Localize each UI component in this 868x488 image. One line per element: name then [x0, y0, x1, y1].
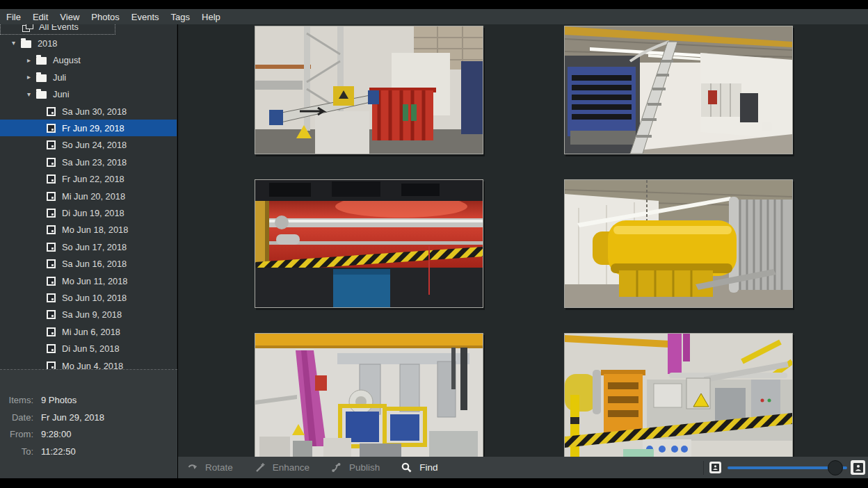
- tree-item-label: Mo Jun 18, 2018: [62, 225, 128, 235]
- enhance-label: Enhance: [273, 462, 310, 473]
- tree-item-label: Fr Jun 29, 2018: [62, 123, 124, 133]
- event-photo-icon: [47, 140, 56, 149]
- event-photo-icon: [47, 310, 56, 319]
- zoom-slider-handle[interactable]: [828, 460, 843, 475]
- photo-thumbnail-6[interactable]: [564, 333, 793, 462]
- tree-item-label: Mi Jun 6, 2018: [62, 327, 120, 337]
- tree-item-label: So Jun 24, 2018: [62, 140, 127, 150]
- toolbar-separator: [703, 461, 704, 475]
- photo-thumbnail-2[interactable]: [564, 26, 793, 154]
- photo-thumbnail-1[interactable]: [255, 26, 483, 154]
- tree-item-label: So Jun 17, 2018: [62, 242, 127, 252]
- info-row-from: From:9:28:00: [0, 425, 177, 443]
- tree-item-label: Mo Jun 4, 2018: [62, 361, 123, 370]
- tree-item-sa-jun-9-2018[interactable]: Sa Jun 9, 2018: [0, 307, 177, 323]
- menu-photos[interactable]: Photos: [91, 10, 119, 24]
- menu-edit[interactable]: Edit: [33, 10, 48, 24]
- tree-item-mo-jun-18-2018[interactable]: Mo Jun 18, 2018: [0, 222, 177, 238]
- event-photo-icon: [47, 209, 56, 218]
- collapse-arrow-icon[interactable]: ▾: [12, 40, 21, 47]
- tree-item-so-jun-17-2018[interactable]: So Jun 17, 2018: [0, 238, 177, 255]
- expand-arrow-icon[interactable]: ▸: [27, 74, 36, 81]
- info-row-items: Items:9 Photos: [0, 391, 177, 409]
- event-photo-icon: [47, 293, 56, 302]
- expand-arrow-icon[interactable]: ▸: [27, 57, 36, 64]
- rotate-button[interactable]: Rotate: [187, 462, 233, 473]
- find-label: Find: [419, 462, 437, 473]
- folder-icon: [36, 57, 47, 65]
- photo-grid: [178, 24, 868, 478]
- event-photo-icon: [47, 225, 56, 234]
- tree-item-label: Mi Jun 20, 2018: [62, 191, 125, 202]
- info-value: 11:22:50: [41, 446, 76, 457]
- tree-item-label: 2018: [38, 38, 57, 49]
- event-photo-icon: [47, 344, 56, 353]
- photo-thumbnail-3[interactable]: [255, 179, 483, 308]
- tree-item-fr-jun-22-2018[interactable]: Fr Jun 22, 2018: [0, 171, 177, 188]
- zoom-control-group: [703, 457, 868, 478]
- large-photo-icon[interactable]: [851, 460, 865, 475]
- event-photo-icon: [47, 174, 56, 184]
- tree-item-label: Mo Jun 11, 2018: [62, 276, 127, 286]
- tree-item-august[interactable]: ▸August: [0, 52, 177, 69]
- publish-label: Publish: [349, 462, 380, 473]
- menu-help[interactable]: Help: [202, 10, 220, 24]
- tree-item-mi-jun-20-2018[interactable]: Mi Jun 20, 2018: [0, 188, 177, 204]
- enhance-button[interactable]: Enhance: [255, 462, 310, 473]
- tree-item-so-jun-24-2018[interactable]: So Jun 24, 2018: [0, 137, 177, 154]
- tree-item-sa-jun-16-2018[interactable]: Sa Jun 16, 2018: [0, 256, 177, 273]
- tree-item-2018[interactable]: ▾2018: [0, 35, 177, 51]
- tree-item-label: So Jun 10, 2018: [62, 293, 127, 303]
- tree-item-di-jun-5-2018[interactable]: Di Jun 5, 2018: [0, 341, 177, 357]
- small-photo-icon[interactable]: [709, 462, 721, 473]
- all-events-icon: [22, 24, 33, 31]
- folder-icon: [36, 74, 47, 82]
- tree-item-juni[interactable]: ▾Juni: [0, 86, 177, 103]
- search-icon: [401, 462, 412, 473]
- menu-file[interactable]: File: [6, 10, 21, 24]
- tree-item-sa-jun-23-2018[interactable]: Sa Jun 23, 2018: [0, 154, 177, 170]
- tree-item-juli[interactable]: ▸Juli: [0, 69, 177, 86]
- photo-thumbnail-5[interactable]: [255, 333, 483, 462]
- info-label: Date:: [0, 412, 33, 423]
- tree-item-label: Di Jun 19, 2018: [62, 208, 124, 218]
- tree-item-sa-jun-30-2018[interactable]: Sa Jun 30, 2018: [0, 103, 177, 120]
- tree-item-label: Juni: [53, 89, 69, 99]
- sidebar-tree[interactable]: All Events▾2018▸August▸Juli▾JuniSa Jun 3…: [0, 24, 177, 369]
- event-photo-icon: [47, 361, 56, 370]
- tree-item-mo-jun-11-2018[interactable]: Mo Jun 11, 2018: [0, 273, 177, 289]
- publish-button[interactable]: Publish: [331, 462, 380, 473]
- tree-item-so-jun-10-2018[interactable]: So Jun 10, 2018: [0, 289, 177, 306]
- menu-view[interactable]: View: [60, 10, 79, 24]
- tree-item-label: Sa Jun 30, 2018: [62, 106, 127, 117]
- info-value: 9 Photos: [41, 395, 77, 405]
- collapse-arrow-icon[interactable]: ▾: [27, 91, 36, 98]
- info-row-date: Date:Fr Jun 29, 2018: [0, 409, 177, 426]
- tree-item-mo-jun-4-2018[interactable]: Mo Jun 4, 2018: [0, 357, 177, 369]
- find-button[interactable]: Find: [401, 462, 437, 473]
- event-photo-icon: [47, 107, 56, 116]
- photo-thumbnail-4[interactable]: [564, 179, 793, 308]
- tree-item-label: August: [53, 55, 81, 65]
- tree-item-fr-jun-29-2018[interactable]: Fr Jun 29, 2018: [0, 120, 177, 136]
- folder-icon: [36, 91, 47, 99]
- event-photo-icon: [47, 327, 56, 336]
- info-row-to: To:11:22:50: [0, 443, 177, 460]
- event-photo-icon: [47, 124, 56, 133]
- tree-item-all-events[interactable]: All Events: [0, 24, 115, 35]
- menu-bar: FileEditViewPhotosEventsTagsHelp: [0, 9, 868, 24]
- event-photo-icon: [47, 243, 56, 252]
- folder-icon: [21, 40, 31, 48]
- tree-item-mi-jun-6-2018[interactable]: Mi Jun 6, 2018: [0, 323, 177, 340]
- publish-icon: [331, 462, 341, 473]
- tree-item-label: All Events: [39, 24, 79, 32]
- menu-tags[interactable]: Tags: [171, 10, 190, 24]
- info-label: Items:: [0, 395, 33, 405]
- tree-item-di-jun-19-2018[interactable]: Di Jun 19, 2018: [0, 204, 177, 221]
- thumbnail-zoom-slider[interactable]: [728, 460, 847, 475]
- rotate-icon: [187, 462, 198, 473]
- menu-events[interactable]: Events: [131, 10, 159, 24]
- bottom-toolbar: Rotate Enhance Publish Find: [178, 457, 868, 478]
- tree-item-label: Sa Jun 23, 2018: [62, 157, 127, 168]
- event-photo-icon: [47, 158, 56, 167]
